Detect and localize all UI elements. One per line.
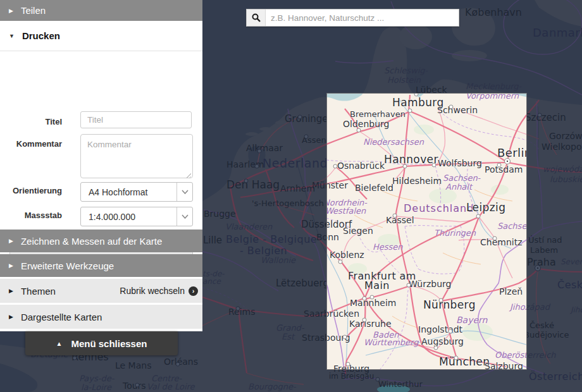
search-bar [246, 9, 459, 27]
map-label: Kassel [386, 216, 414, 225]
map-label: województwo [543, 165, 582, 174]
city-marker [504, 158, 511, 164]
map-label: Würzburg [409, 279, 451, 289]
search-input[interactable] [266, 9, 459, 26]
map-label: Oldenburg [343, 119, 389, 129]
section-erweiterte-werkzeuge-label: Erweiterte Werkzeuge [21, 260, 114, 271]
map-label: Vorpommern [466, 93, 519, 101]
section-dargestellte-karten-label: Dargestellte Karten [21, 312, 102, 322]
map-label: Ingolstadt [418, 325, 462, 334]
massstab-select[interactable]: 1:4.000.000 [80, 207, 193, 226]
city-marker [333, 164, 338, 169]
map-label: Vlaanderen [225, 223, 272, 231]
map-label: Labem [530, 246, 558, 255]
map-label: Karlsruhe [349, 319, 392, 329]
kommentar-textarea[interactable] [80, 134, 193, 178]
map-label: München [439, 357, 490, 368]
print-preview-extent[interactable]: HamburgBremerhavenSchwerinOldenburgVorpo… [326, 93, 527, 370]
city-marker [73, 356, 77, 360]
city-marker [257, 149, 262, 154]
map-label: Mannheim [350, 298, 396, 308]
city-marker [403, 164, 407, 169]
map-label: Plzeň [499, 287, 523, 297]
city-marker [376, 377, 380, 382]
map-label: Grand- [276, 324, 304, 333]
city-marker [370, 295, 375, 300]
collapsed-triangle-icon: ▶ [9, 8, 13, 14]
city-marker [362, 318, 367, 322]
map-label: Hildesheim [392, 176, 442, 186]
map-label: Brugge [204, 209, 236, 219]
map-label: Saarbrücken [326, 309, 359, 319]
map-label: Hamburg [392, 97, 444, 109]
map-label: Anhalt [445, 183, 472, 192]
rubrik-wechseln-link[interactable]: Rubrik wechseln › [120, 286, 202, 296]
city-marker [236, 307, 240, 311]
map-label: Niedersachsen [363, 138, 424, 147]
city-marker [454, 356, 459, 360]
chevron-down-icon [176, 183, 192, 201]
map-label: Koblenz [330, 250, 364, 260]
map-label: Severo [560, 258, 582, 266]
print-preview-map: HamburgBremerhavenSchwerinOldenburgVorpo… [326, 93, 527, 370]
map-label: Main [364, 281, 390, 291]
kommentar-label: Kommentar [0, 139, 62, 149]
map-label: Belgie - Belgique [226, 235, 317, 245]
map-label: Nürnberg [423, 300, 476, 311]
section-erweiterte-werkzeuge[interactable]: ▶ Erweiterte Werkzeuge [0, 254, 202, 277]
map-label: Sachsen [497, 222, 527, 231]
search-button[interactable] [247, 9, 266, 26]
city-marker [497, 163, 502, 168]
map-label: Val de Loire [147, 383, 195, 391]
map-label: Bremerhaven [350, 110, 406, 119]
map-label: Schwerin [437, 106, 478, 115]
map-label: Gorzów [549, 132, 582, 141]
map-label: Leipzig [466, 202, 505, 214]
collapsed-triangle-icon: ▶ [9, 288, 13, 294]
collapse-up-triangle-icon: ▲ [56, 340, 63, 347]
map-label: Württemberg [364, 338, 418, 347]
section-teilen[interactable]: ▶ Teilen [0, 0, 202, 21]
city-marker [408, 109, 412, 113]
city-marker [439, 298, 443, 303]
city-marker [538, 113, 542, 118]
map-label: České [529, 321, 554, 330]
orientierung-select[interactable]: A4 Hochformat [80, 182, 193, 202]
map-label: Düsseldorf [326, 220, 352, 230]
section-zeichnen-messen-label: Zeichnen & Messen auf der Karte [21, 236, 162, 247]
section-themen[interactable]: ▶ Themen Rubrik wechseln › [0, 279, 202, 303]
map-label: Nederland [263, 157, 328, 170]
map-label: Pays-de- [79, 374, 114, 383]
map-label: Reims [228, 307, 256, 317]
map-label: Wallonie [261, 256, 295, 265]
titel-input[interactable] [80, 111, 192, 128]
map-label: Den Haag [226, 180, 280, 191]
map-label: Praha [527, 257, 556, 268]
map-label: Salzburg [485, 362, 523, 370]
map-label: Lëtzebuerg [276, 279, 329, 289]
menu-close-button[interactable]: ▲ Menü schliessen [25, 331, 178, 355]
map-label: Schleswig- [384, 66, 428, 75]
map-label: Mecklenburg- [466, 82, 521, 91]
collapsed-triangle-icon: ▶ [9, 314, 13, 320]
map-label: Freiburg [333, 364, 369, 370]
section-zeichnen-messen[interactable]: ▶ Zeichnen & Messen auf der Karte [0, 230, 202, 252]
map-label: Österreich [529, 372, 582, 383]
map-label: Lübeck [416, 93, 447, 95]
map-label: Le Mans [115, 361, 151, 371]
map-label: la-Loire [81, 383, 111, 392]
city-marker [449, 105, 454, 109]
map-label: 's-Hertogenbosch [252, 199, 324, 208]
orientierung-label: Orientierung [0, 186, 62, 195]
map-label: Hessen [373, 243, 403, 252]
map-label: Tours [123, 381, 146, 391]
print-preview-labels: HamburgBremerhavenSchwerinOldenburgVorpo… [326, 93, 527, 370]
rubrik-wechseln-label: Rubrik wechseln [120, 286, 185, 296]
section-drucken[interactable]: ▼ Drucken [0, 21, 202, 51]
massstab-label: Massstab [0, 211, 62, 220]
section-dargestellte-karten[interactable]: ▶ Dargestellte Karten [0, 305, 202, 329]
print-form: Titel Kommentar Orientierung A4 Hochform… [0, 51, 202, 230]
map-label: Lille [203, 236, 222, 246]
map-label: Deutschland [404, 204, 474, 214]
map-label: Jiho [571, 306, 582, 314]
